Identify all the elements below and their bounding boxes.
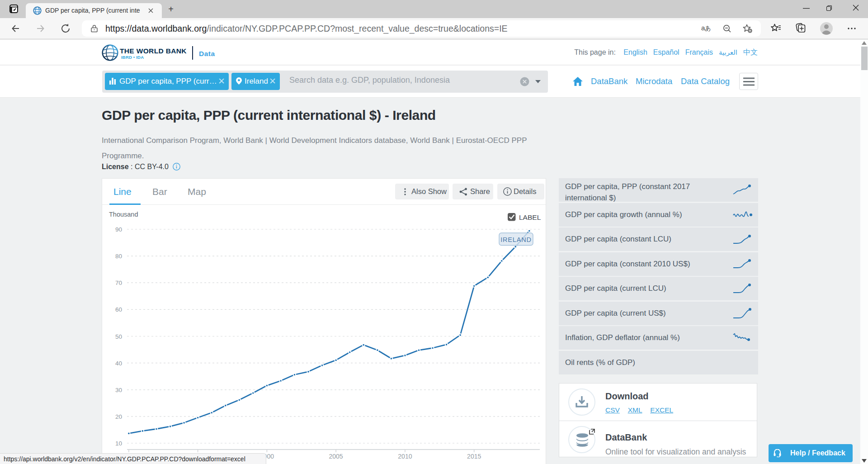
svg-text:10: 10 [115,440,122,447]
svg-text:LABEL: LABEL [519,213,541,221]
svg-text:2005: 2005 [329,453,343,460]
svg-text:Thousand: Thousand [109,211,138,218]
svg-text:2010: 2010 [398,453,412,460]
svg-text:20: 20 [115,413,122,420]
svg-text:IRELAND: IRELAND [500,236,531,243]
svg-text:30: 30 [115,387,122,393]
svg-text:90: 90 [115,226,122,233]
svg-text:40: 40 [115,360,122,367]
svg-text:80: 80 [115,253,122,260]
svg-text:50: 50 [115,333,122,340]
svg-text:2015: 2015 [467,453,481,460]
svg-text:70: 70 [115,279,122,286]
svg-text:60: 60 [115,306,122,313]
